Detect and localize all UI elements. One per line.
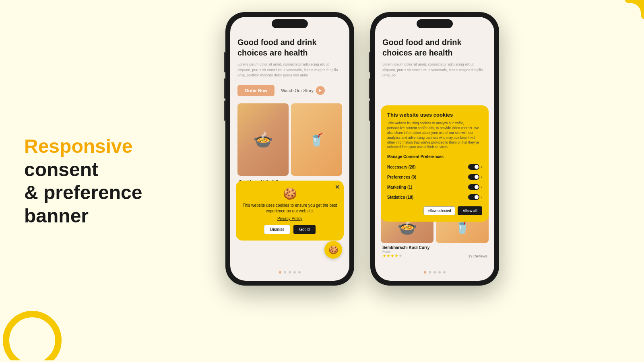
allow-all-button[interactable]: Allow all: [458, 206, 482, 215]
phone-2-dot-5: [443, 271, 446, 274]
phone-1-image-grid: [237, 103, 342, 176]
preferences-panel: This website uses cookies This website i…: [381, 105, 489, 222]
phone-1-title: Good food and drink choices are health: [237, 37, 342, 58]
pref-toggle-necessary[interactable]: ›: [468, 164, 482, 170]
phone-1-btn-row: Order Now Watch Our Story ▶: [237, 85, 342, 96]
toggle-marketing[interactable]: [468, 184, 479, 190]
phone-2-dot-3: [433, 271, 436, 274]
phone-2-card-category: Food: [381, 250, 489, 253]
chevron-marketing: ›: [481, 185, 482, 189]
cookie-floating-icon: 🍪: [324, 241, 342, 259]
chevron-necessary: ›: [481, 165, 482, 169]
phone-1-pagination: [279, 271, 301, 274]
cookie-button-row: Dismiss Got it!: [242, 225, 337, 234]
hero-highlight: Responsive: [24, 136, 132, 157]
pref-toggle-marketing[interactable]: ›: [468, 184, 482, 190]
pref-toggle-statistics[interactable]: ›: [468, 194, 482, 200]
phone-2-pagination: [424, 271, 446, 274]
allow-selected-button[interactable]: Allow selected: [423, 206, 456, 215]
toggle-preferences[interactable]: [468, 174, 479, 180]
watch-story-button[interactable]: Watch Our Story ▶: [281, 86, 325, 95]
phone-1: Good food and drink choices are health L…: [225, 12, 354, 286]
pref-row-necessary: Necessary (28) ›: [387, 162, 482, 172]
phone-2-screen: Good food and drink choices are health L…: [375, 17, 494, 281]
pref-row-marketing: Marketing (1) ›: [387, 182, 482, 192]
cookie-banner: ✕ 🍪 This website uses cookies to ensure …: [236, 181, 344, 241]
phone-2-title: Good food and drink choices are health: [382, 37, 487, 58]
dot-3: [289, 271, 291, 274]
phone-2-content: Good food and drink choices are health L…: [375, 17, 494, 92]
hero-text: Responsive consent& preference banner: [24, 135, 209, 227]
phone-2-dot-2: [429, 271, 431, 274]
phone-2-rating-row: ★★★★★ 12 Reviews: [381, 253, 489, 259]
cookie-banner-text: This website uses cookies to ensure you …: [242, 203, 337, 214]
pref-label-necessary: Necessary (28): [387, 165, 416, 169]
pref-label-preferences: Preferences (0): [387, 175, 416, 179]
toggle-necessary[interactable]: [468, 164, 479, 170]
dismiss-button[interactable]: Dismiss: [264, 225, 290, 234]
hero-title-rest: consent& preference banner: [24, 158, 142, 226]
order-now-button[interactable]: Order Now: [237, 85, 275, 96]
deco-bottom-left: [0, 280, 80, 362]
drink-image: [291, 103, 342, 176]
pref-panel-title: This website uses cookies: [387, 112, 482, 118]
dot-4: [293, 271, 296, 274]
phone-1-body: Lorem ipsum dolor sit amet, consectetur …: [237, 62, 342, 78]
manage-consent-label: Manage Consent Preferences: [387, 154, 482, 159]
phone-1-screen: Good food and drink choices are health L…: [230, 17, 349, 281]
phone-2-dot-1: [424, 271, 426, 274]
toggle-statistics[interactable]: [468, 194, 479, 200]
chevron-statistics: ›: [481, 195, 482, 200]
privacy-policy-link[interactable]: Privacy Policy: [242, 216, 337, 221]
phone-2: Good food and drink choices are health L…: [370, 12, 499, 286]
pref-row-statistics: Statistics (18) ›: [387, 192, 482, 202]
phone-2-star-rating: ★★★★★: [382, 253, 402, 259]
phone-2-review-count: 12 Reviews: [468, 254, 487, 258]
gotit-button[interactable]: Got it!: [293, 225, 316, 234]
cookie-icon: 🍪: [242, 187, 337, 200]
phones-container: Good food and drink choices are health L…: [225, 12, 499, 286]
pref-row-preferences: Preferences (0) ›: [387, 172, 482, 182]
dot-1: [279, 271, 281, 274]
phone-2-dot-4: [438, 271, 441, 274]
pref-action-row: Allow selected Allow all: [387, 206, 482, 215]
soup-image: [237, 103, 289, 176]
pref-toggle-preferences[interactable]: ›: [468, 174, 482, 180]
pref-label-statistics: Statistics (18): [387, 195, 413, 200]
chevron-preferences: ›: [481, 175, 482, 179]
phone-2-body: Lorem ipsum dolor sit amet, consectetur …: [382, 62, 487, 78]
dot-2: [284, 271, 286, 274]
deco-top-right: [596, 0, 644, 48]
svg-point-0: [6, 314, 58, 360]
cookie-close-icon[interactable]: ✕: [335, 184, 340, 190]
pref-panel-description: This website is using cookies to analyze…: [387, 121, 482, 150]
phone-2-card-name: Sembharachi Kodi Curry: [381, 245, 489, 250]
dot-5: [298, 271, 301, 274]
pref-label-marketing: Marketing (1): [387, 185, 412, 189]
play-icon: ▶: [316, 86, 325, 95]
phone-1-content: Good food and drink choices are health L…: [230, 17, 349, 200]
